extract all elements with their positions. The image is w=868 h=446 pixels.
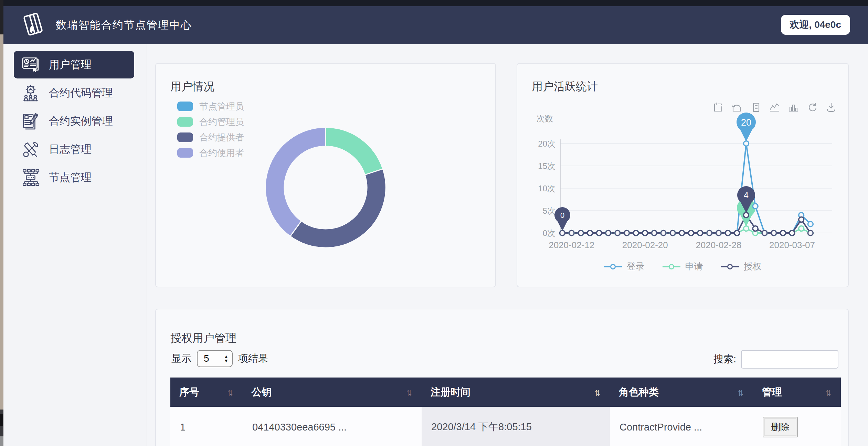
chart-legend-item[interactable]: 申请 — [663, 261, 703, 273]
column-label: 公钥 — [252, 385, 272, 399]
legend-label: 登录 — [627, 261, 645, 273]
data-point — [615, 231, 620, 236]
legend-line-icon — [604, 264, 622, 270]
refresh-icon[interactable] — [807, 102, 817, 113]
sidebar-item-node-management[interactable]: 节点管理 — [14, 164, 134, 191]
body-row: 用户管理合约代码管理合约实例管理日志管理节点管理 用户情况 节点管理员合约管理员… — [3, 44, 868, 446]
delete-button[interactable]: 删除 — [763, 417, 798, 437]
welcome-badge[interactable]: 欢迎, 04e0c — [781, 15, 850, 35]
cell-register-time: 2020/3/14 下午8:05:15 — [422, 407, 610, 446]
search-input[interactable] — [741, 350, 838, 369]
chart-legend-item[interactable]: 授权 — [721, 261, 762, 273]
sidebar-item-contract-code-management[interactable]: 合约代码管理 — [14, 79, 134, 107]
data-point — [707, 231, 712, 236]
search-control: 搜索: — [713, 350, 838, 369]
data-view-icon[interactable] — [750, 102, 761, 113]
mark-point-label: 0 — [560, 211, 564, 220]
column-label: 管理 — [762, 385, 782, 399]
data-point — [688, 231, 694, 236]
chart-legend-item[interactable]: 登录 — [604, 261, 645, 273]
sort-arrows-icon[interactable]: ↑↓ — [825, 387, 832, 398]
sidebar-item-user-management[interactable]: 用户管理 — [14, 51, 134, 78]
mark-point-label: 4 — [744, 190, 749, 200]
column-header-public_key[interactable]: 公钥↑↓ — [243, 378, 422, 407]
pie-legend-item[interactable]: 合约提供者 — [177, 131, 244, 144]
column-header-index[interactable]: 序号↑↓ — [170, 378, 243, 407]
legend-swatch — [177, 117, 193, 127]
column-header-role[interactable]: 角色种类↑↓ — [610, 378, 753, 407]
data-point — [799, 226, 804, 231]
page-size-control: 显示 5 ▲▼ 项结果 — [171, 350, 268, 367]
cell-role: ContractProvide ... — [610, 407, 753, 446]
donut-segment[interactable] — [265, 127, 326, 236]
legend-label: 节点管理员 — [199, 100, 244, 113]
authorized-users-card-title: 授权用户管理 — [170, 331, 236, 346]
sidebar-item-contract-instance-management[interactable]: 合约实例管理 — [14, 107, 134, 135]
document-pencil-icon — [21, 112, 40, 130]
data-point — [734, 231, 740, 236]
sidebar-item-label: 合约代码管理 — [49, 86, 113, 100]
data-point — [560, 231, 565, 236]
cell-index: 1 — [170, 407, 243, 446]
data-point — [744, 226, 749, 231]
sidebar: 用户管理合约代码管理合约实例管理日志管理节点管理 — [3, 44, 147, 446]
bar-chart-icon[interactable] — [788, 102, 798, 113]
page-size-prefix-label: 显示 — [171, 352, 191, 365]
sort-arrows-icon[interactable]: ↑↓ — [227, 387, 234, 398]
legend-swatch — [177, 132, 193, 142]
mark-point-pin: 20 — [737, 113, 756, 141]
data-point — [808, 222, 813, 227]
x-tick-label: 2020-03-07 — [769, 240, 815, 250]
sort-arrows-icon[interactable]: ↑↓ — [737, 387, 744, 398]
app-logo-icon — [20, 10, 50, 40]
column-label: 角色种类 — [619, 385, 659, 399]
donut-segment[interactable] — [326, 127, 383, 175]
data-point — [578, 231, 583, 236]
mark-point-label: 20 — [741, 117, 751, 128]
donut-segment[interactable] — [290, 169, 386, 248]
dashboard-monitor-icon — [21, 55, 40, 74]
user-overview-card: 用户情况 节点管理员合约管理员合约提供者合约使用者 — [155, 63, 496, 287]
data-point — [725, 231, 730, 236]
zoom-reset-icon[interactable] — [731, 102, 742, 113]
column-header-register_time[interactable]: 注册时间↑↓ — [422, 378, 610, 407]
sidebar-item-label: 合约实例管理 — [49, 114, 113, 128]
y-axis-name: 次数 — [537, 114, 553, 123]
download-icon[interactable] — [826, 102, 836, 113]
sort-arrows-icon[interactable]: ↑↓ — [406, 387, 413, 398]
data-point — [744, 141, 749, 146]
legend-label: 授权 — [744, 261, 762, 273]
screen: 数瑞智能合约节点管理中心 欢迎, 04e0c 用户管理合约代码管理合约实例管理日… — [0, 0, 868, 446]
data-point — [716, 231, 721, 236]
page-size-value: 5 — [204, 353, 209, 364]
app-title: 数瑞智能合约节点管理中心 — [56, 6, 192, 44]
app-header: 数瑞智能合约节点管理中心 欢迎, 04e0c — [3, 6, 868, 44]
column-label: 注册时间 — [431, 385, 470, 399]
page-size-suffix-label: 项结果 — [238, 352, 268, 365]
pie-legend-item[interactable]: 合约管理员 — [177, 116, 244, 128]
sort-arrows-icon[interactable]: ↑↓ — [594, 387, 601, 398]
sidebar-item-log-management[interactable]: 日志管理 — [14, 136, 134, 163]
pie-legend-item[interactable]: 节点管理员 — [177, 100, 244, 113]
background-window-edge — [0, 0, 3, 446]
data-point — [808, 231, 813, 236]
pie-legend-item[interactable]: 合约使用者 — [177, 147, 244, 159]
data-point — [799, 217, 804, 222]
data-point — [569, 231, 574, 236]
data-point — [606, 231, 611, 236]
line-chart-icon[interactable] — [769, 102, 780, 113]
data-point — [652, 231, 657, 236]
column-label: 序号 — [179, 385, 199, 399]
data-point — [698, 231, 703, 236]
authorized-users-table: 序号↑↓公钥↑↓注册时间↑↓角色种类↑↓管理↑↓ 104140330eea669… — [170, 378, 841, 446]
data-point — [670, 231, 675, 236]
spinner-arrows-icon: ▲▼ — [224, 354, 229, 363]
page-size-select[interactable]: 5 ▲▼ — [197, 350, 233, 367]
y-tick-label: 20次 — [538, 139, 555, 148]
app-window: 数瑞智能合约节点管理中心 欢迎, 04e0c 用户管理合约代码管理合约实例管理日… — [3, 0, 868, 446]
y-tick-label: 0次 — [543, 229, 555, 238]
window-top-edge — [3, 0, 868, 6]
zoom-select-icon[interactable] — [712, 102, 723, 113]
cell-manage: 删除 — [753, 407, 841, 446]
column-header-manage[interactable]: 管理↑↓ — [753, 378, 841, 407]
